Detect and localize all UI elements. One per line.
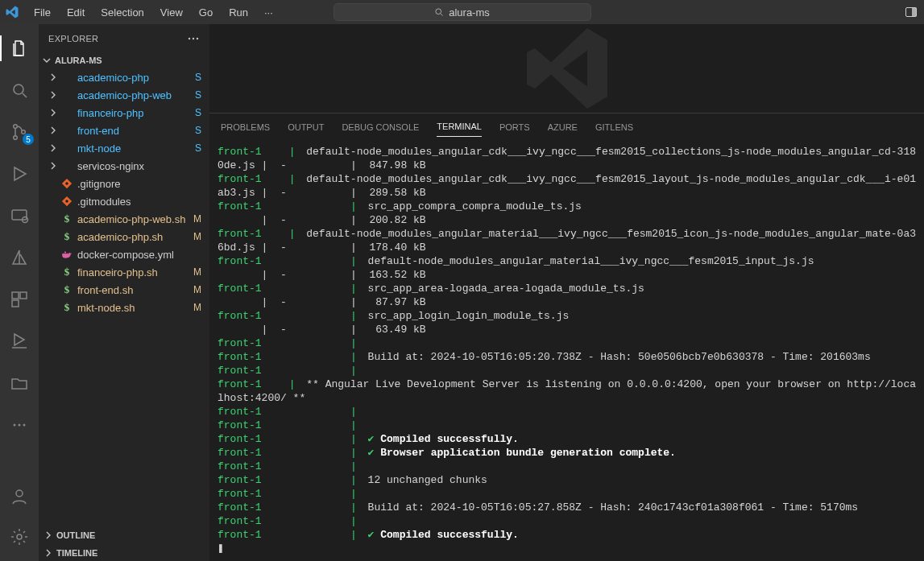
- file-item[interactable]: $mkt-node.shM: [39, 299, 209, 316]
- file-name: front-end: [77, 125, 190, 137]
- chevron-right-icon: [48, 126, 56, 135]
- activity-extensions[interactable]: [0, 283, 39, 316]
- file-name: mkt-node: [77, 142, 190, 155]
- file-icon: [61, 160, 73, 171]
- panel: PROBLEMSOUTPUTDEBUG CONSOLETERMINALPORTS…: [209, 113, 924, 561]
- file-name: .gitignore: [77, 178, 197, 190]
- menu-selection[interactable]: Selection: [94, 3, 150, 22]
- file-item[interactable]: .gitmodules: [39, 192, 209, 210]
- terminal-output[interactable]: front-1| default-node_modules_angular_cd…: [209, 140, 924, 561]
- file-name: financeiro-php: [77, 107, 190, 119]
- panel-tab-output[interactable]: OUTPUT: [288, 118, 324, 137]
- svg-point-19: [197, 37, 198, 39]
- file-icon: [61, 107, 73, 118]
- file-tree[interactable]: academico-phpSacademico-php-webSfinancei…: [39, 68, 209, 526]
- activity-bar: 5: [0, 24, 39, 561]
- folder-item[interactable]: academico-php-webS: [39, 86, 209, 104]
- menu-edit[interactable]: Edit: [60, 3, 91, 22]
- git-status: S: [195, 89, 201, 101]
- file-icon: [61, 178, 73, 189]
- menu-run[interactable]: Run: [222, 3, 255, 22]
- activity-settings[interactable]: [0, 521, 39, 553]
- chevron-down-icon: [42, 56, 52, 65]
- activity-more[interactable]: [0, 409, 39, 441]
- file-item[interactable]: $academico-php-web.shM: [39, 210, 209, 228]
- explorer-sidebar: EXPLORER ALURA-MS academico-phpSacademic…: [39, 24, 209, 561]
- explorer-more-icon[interactable]: [187, 32, 200, 45]
- file-icon: $: [61, 266, 73, 278]
- explorer-root[interactable]: ALURA-MS: [39, 52, 209, 68]
- folder-item[interactable]: servicos-nginx: [39, 157, 209, 175]
- git-status: M: [193, 302, 201, 313]
- svg-point-6: [22, 130, 26, 134]
- panel-tab-azure[interactable]: AZURE: [548, 118, 578, 137]
- command-center-label: alura-ms: [449, 6, 490, 19]
- activity-run-debug[interactable]: [0, 158, 39, 190]
- explorer-title: EXPLORER: [48, 34, 98, 43]
- panel-tab-problems[interactable]: PROBLEMS: [221, 118, 270, 137]
- file-icon: [61, 249, 73, 260]
- search-icon: [434, 7, 444, 17]
- file-icon: [61, 142, 73, 154]
- activity-account[interactable]: [0, 481, 39, 513]
- file-item[interactable]: .gitignore: [39, 175, 209, 192]
- svg-point-13: [19, 424, 21, 427]
- git-status: S: [195, 142, 201, 154]
- timeline-label: TIMELINE: [56, 548, 97, 558]
- file-item[interactable]: $front-end.shM: [39, 281, 209, 299]
- chevron-right-icon: [48, 108, 56, 118]
- folder-item[interactable]: academico-phpS: [39, 68, 209, 86]
- git-status: S: [195, 107, 201, 118]
- folder-item[interactable]: front-endS: [39, 122, 209, 139]
- panel-tab-ports[interactable]: PORTS: [499, 118, 530, 137]
- outline-section[interactable]: OUTLINE: [39, 526, 209, 543]
- activity-remote[interactable]: [0, 200, 39, 232]
- folder-item[interactable]: mkt-nodeS: [39, 139, 209, 157]
- panel-tab-gitlens[interactable]: GITLENS: [595, 118, 633, 137]
- svg-point-20: [65, 182, 68, 185]
- svg-point-4: [14, 125, 18, 129]
- svg-point-5: [14, 136, 18, 140]
- git-status: M: [193, 213, 201, 225]
- menu-view[interactable]: View: [154, 3, 189, 22]
- activity-search[interactable]: [0, 74, 39, 106]
- file-icon: $: [61, 302, 73, 313]
- file-item[interactable]: $academico-php.shM: [39, 228, 209, 245]
- file-icon: [61, 72, 73, 83]
- svg-point-12: [14, 424, 16, 427]
- file-name: academico-php-web: [77, 89, 190, 101]
- folder-item[interactable]: financeiro-phpS: [39, 104, 209, 122]
- activity-docker[interactable]: [0, 325, 39, 357]
- git-status: M: [193, 231, 201, 242]
- vscode-watermark-icon: [503, 20, 632, 117]
- timeline-section[interactable]: TIMELINE: [39, 543, 209, 561]
- chevron-right-icon: [44, 530, 53, 540]
- file-icon: $: [61, 284, 73, 295]
- svg-point-0: [436, 9, 441, 14]
- panel-tab-debug-console[interactable]: DEBUG CONSOLE: [342, 118, 419, 137]
- chevron-right-icon: [48, 90, 56, 100]
- menu-file[interactable]: File: [27, 3, 57, 22]
- panel-tab-terminal[interactable]: TERMINAL: [437, 117, 482, 137]
- file-name: docker-compose.yml: [77, 249, 197, 261]
- svg-rect-11: [12, 300, 19, 307]
- svg-point-14: [23, 424, 26, 427]
- file-name: servicos-nginx: [77, 160, 197, 172]
- file-icon: [61, 196, 73, 207]
- file-icon: [61, 125, 73, 136]
- file-icon: $: [61, 231, 73, 242]
- git-status: M: [193, 284, 201, 295]
- file-name: academico-php.sh: [77, 231, 189, 243]
- menu-more[interactable]: ···: [258, 3, 280, 22]
- activity-source-control[interactable]: 5: [0, 116, 39, 148]
- file-item[interactable]: $financeiro-php.shM: [39, 263, 209, 281]
- layout-toggle-icon[interactable]: [905, 6, 918, 19]
- file-name: front-end.sh: [77, 284, 189, 296]
- activity-explorer[interactable]: [0, 32, 39, 64]
- activity-azure[interactable]: [0, 241, 39, 274]
- file-item[interactable]: docker-compose.yml: [39, 245, 209, 263]
- editor-area: PROBLEMSOUTPUTDEBUG CONSOLETERMINALPORTS…: [209, 24, 924, 561]
- activity-folders[interactable]: [0, 367, 39, 399]
- menu-go[interactable]: Go: [193, 3, 219, 22]
- command-center[interactable]: alura-ms: [334, 3, 591, 21]
